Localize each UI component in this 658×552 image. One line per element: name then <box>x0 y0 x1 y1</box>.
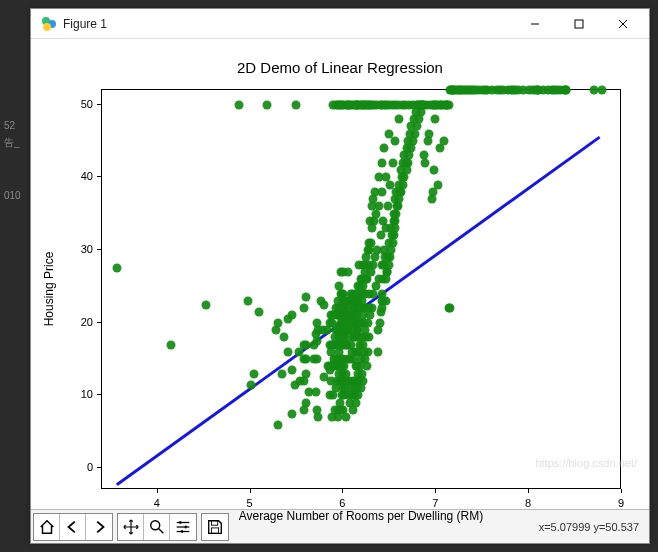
data-point <box>373 347 382 356</box>
data-point <box>365 333 374 342</box>
svg-rect-15 <box>181 530 183 533</box>
data-point <box>243 296 252 305</box>
data-point <box>202 300 211 309</box>
data-point <box>380 144 389 153</box>
data-point <box>288 311 297 320</box>
app-icon <box>41 16 57 32</box>
svg-line-9 <box>158 528 163 533</box>
home-button[interactable] <box>34 514 60 540</box>
figure-window: Figure 1 2D Demo of Linear Regression Ho… <box>30 8 650 544</box>
data-point <box>358 376 367 385</box>
data-point <box>388 158 397 167</box>
svg-rect-17 <box>211 527 218 532</box>
data-point <box>288 366 297 375</box>
maximize-button[interactable] <box>557 10 601 38</box>
svg-rect-14 <box>185 525 187 528</box>
data-point <box>445 100 454 109</box>
data-point <box>112 264 121 273</box>
data-point <box>283 347 292 356</box>
data-point <box>274 420 283 429</box>
data-point <box>446 304 455 313</box>
data-point <box>363 347 372 356</box>
minimize-button[interactable] <box>513 10 557 38</box>
data-point <box>378 187 387 196</box>
data-point <box>312 355 321 364</box>
data-point <box>166 340 175 349</box>
data-point <box>344 267 353 276</box>
data-point <box>280 333 289 342</box>
chart-title: 2D Demo of Linear Regression <box>31 59 649 76</box>
data-point <box>302 398 311 407</box>
data-point <box>375 318 384 327</box>
data-point <box>374 202 383 211</box>
data-point <box>254 307 263 316</box>
plot-canvas[interactable]: 2D Demo of Linear Regression Housing Pri… <box>31 39 649 509</box>
data-point <box>235 100 244 109</box>
data-point <box>319 300 328 309</box>
data-point <box>302 293 311 302</box>
data-point <box>362 362 371 371</box>
data-point <box>390 136 399 145</box>
data-point <box>246 380 255 389</box>
data-point <box>288 409 297 418</box>
data-point <box>430 166 439 175</box>
axes-area <box>101 89 621 489</box>
data-point <box>424 129 433 138</box>
data-point <box>274 318 283 327</box>
x-axis-label: Average Number of Rooms per Dwelling (RM… <box>101 509 621 523</box>
window-title: Figure 1 <box>63 17 107 31</box>
data-point <box>395 115 404 124</box>
data-point <box>311 387 320 396</box>
data-point <box>292 100 301 109</box>
data-point <box>342 413 351 422</box>
data-point <box>302 369 311 378</box>
data-point <box>377 158 386 167</box>
close-button[interactable] <box>601 10 645 38</box>
data-point <box>382 296 391 305</box>
data-point <box>421 158 430 167</box>
svg-point-2 <box>43 23 51 31</box>
data-point <box>278 369 287 378</box>
y-ticks: 01020304050 <box>31 89 101 489</box>
data-point <box>562 86 571 95</box>
titlebar[interactable]: Figure 1 <box>31 9 649 39</box>
data-point <box>250 369 259 378</box>
data-point <box>434 180 443 189</box>
data-point <box>314 413 323 422</box>
data-point <box>439 136 448 145</box>
svg-rect-4 <box>575 20 583 28</box>
data-point <box>263 100 272 109</box>
back-button[interactable] <box>60 514 86 540</box>
data-point <box>597 86 606 95</box>
data-point <box>312 336 321 345</box>
data-point <box>431 115 440 124</box>
data-point <box>299 304 308 313</box>
